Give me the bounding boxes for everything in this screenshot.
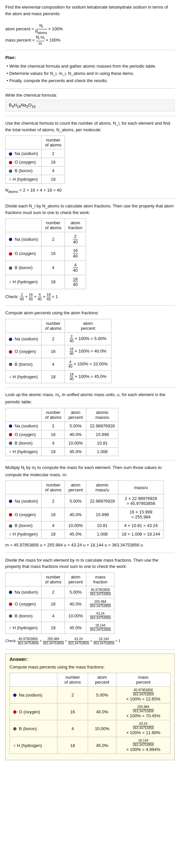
count-col-element [6,136,41,149]
na-ap-element: Na (sodium) [6,333,41,345]
b-mf-atoms: 4 [41,610,65,622]
na-af-atoms: 2 [41,232,65,246]
h-am-percent: 45.0% [65,447,86,456]
o-mc-mass: 16 × 15.999= 255.984 [118,508,163,521]
o-am-mass: 15.999 [86,430,118,439]
atom-percent-intro: Compute atom percents using the atom fra… [5,310,175,316]
b-mc-atomic: 10.81 [86,521,118,530]
divider-3 [5,116,175,116]
mass-calc-intro: Multiply Ni by mi to compute the mass fo… [5,464,175,478]
b-mf-element: B (boron) [6,610,41,622]
na-ans-percent: 5.00% [88,687,116,704]
mf-col-element [6,572,41,586]
h-mc-element: ○ H (hydrogen) [6,530,41,538]
ans-col-mass-percent: masspercent [116,673,171,687]
o-ans-element: O (oxygen) [10,704,57,720]
mc-col-mass: mass/u [118,481,163,494]
o-af-fraction: 1640 [65,246,86,260]
formula-text: B4H18Na2O16 [9,102,36,107]
table-row: ○ H (hydrogen) 18 1840 × 100% = 45.0% [6,371,112,383]
h-mc-atoms: 18 [41,530,65,538]
table-row: Na (sodium) 2 240 [6,232,86,246]
h-am-element: ○ H (hydrogen) [6,447,41,456]
ans-col-percent: atompercent [88,673,116,687]
o-ans-percent: 40.0% [88,704,116,720]
na-element-count: Na (sodium) [6,149,41,158]
na-mf-fraction: 45.97953856363.34753856 [86,586,114,598]
mass-total: m = 45.97953856 u + 255.984 u + 43.24 u … [5,542,175,549]
h-ans-mass-percent: 18.144363.34753856× 100% = 4.994% [116,737,171,754]
table-row: Na (sodium) 2 5.00% 22.98976928 2 × 22.9… [6,494,164,508]
divider-8 [5,553,175,553]
o-mf-fraction: 255.984363.34753856 [86,598,114,610]
na-af-element: Na (sodium) [6,232,41,246]
h-mf-element: ○ H (hydrogen) [6,622,41,633]
answer-intro: Compute mass percents using the mass fra… [9,664,171,671]
h-mc-mass: 18 × 1.008 = 18.144 [118,530,163,538]
answer-box: Answer: Compute mass percents using the … [5,654,175,761]
am-col-percent: atompercent [65,408,86,422]
na-mf-element: Na (sodium) [6,586,41,598]
b-am-percent: 10.00% [65,439,86,447]
b-ap-calc: 440 × 100% = 10.00% [65,358,111,370]
divider-9 [5,649,175,650]
b-atoms-count: 4 [41,166,65,175]
mf-col-percent: atompercent [65,572,86,586]
table-row: Na (sodium) 2 240 × 100% = 5.00% [6,333,112,345]
mc-col-atomic: atomicmass/u [86,481,118,494]
af-col-fraction: atomfraction [65,219,86,232]
table-row: ○ H (hydrogen) 18 45.0% 1.008 [6,447,118,456]
table-row: O (oxygen) 16 1640 × 100% = 40.0% [6,345,112,358]
formula-label: Write the chemical formula: [5,93,175,98]
divider-5 [5,305,175,306]
o-af-element: O (oxygen) [6,246,41,260]
mf-col-atoms: numberof atoms [41,572,65,586]
table-row: O (oxygen) 16 [6,158,65,166]
b-ans-percent: 10.00% [88,720,116,737]
o-am-element: O (oxygen) [6,430,41,439]
b-mf-fraction: 43.24363.34753856 [86,610,114,622]
b-ans-atoms: 4 [57,720,88,737]
b-am-mass: 10.81 [86,439,118,447]
divider-6 [5,387,175,388]
o-mf-atoms: 16 [41,598,65,610]
plan-list: Write the chemical formula and gather at… [5,63,175,85]
atoms-total: Natoms = 2 + 16 + 4 + 18 = 40 [5,187,175,194]
h-am-mass: 1.008 [86,447,118,456]
h-af-fraction: 1840 [65,275,86,289]
table-row: B (boron) 4 440 [6,260,86,275]
table-row: O (oxygen) 16 40.0% 255.984363.34753856 [6,598,114,610]
na-af-fraction: 240 [65,232,86,246]
answer-table: numberof atoms atompercent masspercent N… [9,673,171,754]
am-col-element [6,408,41,422]
h-ans-atoms: 18 [57,737,88,754]
na-ans-mass-percent: 45.97953856363.34753856× 100% = 12.65% [116,687,171,704]
o-atoms-count: 16 [41,158,65,166]
na-mc-percent: 5.00% [65,494,86,508]
h-ap-atoms: 18 [41,371,65,383]
h-mc-atomic: 1.008 [86,530,118,538]
count-intro: Use the chemical formula to count the nu… [5,120,175,133]
na-mc-atoms: 2 [41,494,65,508]
count-table: numberof atoms Na (sodium) 2 O (oxygen) … [5,135,65,184]
h-af-atoms: 18 [41,275,65,289]
h-mf-percent: 45.0% [65,622,86,633]
plan-step-2: Determine values for N_i, m_i, N_atoms a… [7,70,175,77]
o-am-percent: 40.0% [65,430,86,439]
table-row: Na (sodium) 2 [6,149,65,158]
b-ans-element: B (boron) [10,720,57,737]
o-af-atoms: 16 [41,246,65,260]
na-am-percent: 5.00% [65,422,86,430]
table-row: O (oxygen) 16 40.0% 255.984363.34753856×… [10,704,171,720]
h-mc-percent: 45.0% [65,530,86,538]
mc-col-element [6,481,41,494]
atomic-mass-intro: Look up the atomic mass, mi, in unified … [5,392,175,405]
af-col-atoms: numberof atoms [41,219,65,232]
table-row: O (oxygen) 16 40.0% 15.999 [6,430,118,439]
b-af-element: B (boron) [6,260,41,275]
plan-step-3: Finally, compute the percents and check … [7,77,175,85]
b-element-count: B (boron) [6,166,41,175]
h-am-atoms: 18 [41,447,65,456]
intro-section: Find the elemental composition for sodiu… [5,4,175,46]
na-am-atoms: 2 [41,422,65,430]
